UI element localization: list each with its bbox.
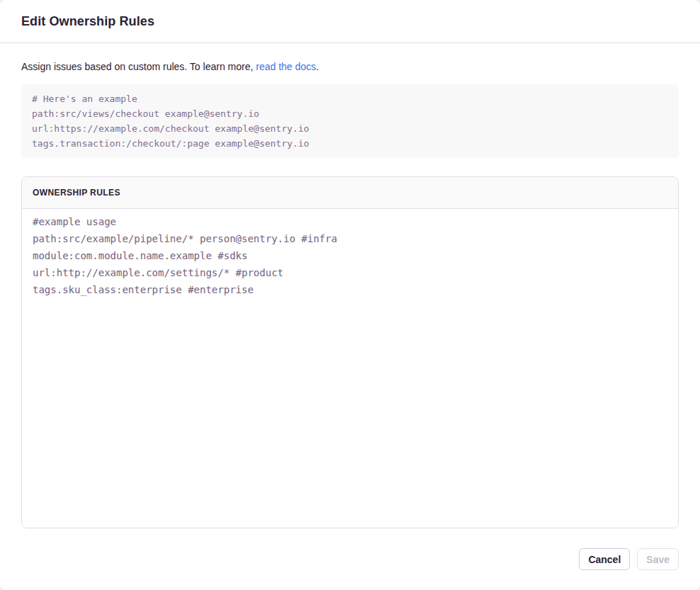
description-before-link: Assign issues based on custom rules. To …	[21, 61, 256, 72]
ownership-rules-panel-header: OWNERSHIP RULES	[22, 177, 678, 209]
description-after-link: .	[316, 61, 319, 72]
modal-title: Edit Ownership Rules	[21, 14, 154, 29]
edit-ownership-rules-modal: Edit Ownership Rules Assign issues based…	[0, 0, 700, 590]
example-rule-line: # Here's an example	[32, 91, 668, 106]
example-rules-block: # Here's an example path:src/views/check…	[21, 84, 679, 158]
example-rule-line: url:https://example.com/checkout example…	[32, 121, 668, 136]
ownership-rules-textarea[interactable]: #example usage path:src/example/pipeline…	[22, 209, 678, 528]
example-rule-line: path:src/views/checkout example@sentry.i…	[32, 106, 668, 121]
example-rule-line: tags.transaction:/checkout/:page example…	[32, 136, 668, 151]
save-button[interactable]: Save	[637, 548, 679, 570]
modal-footer: Cancel Save	[0, 528, 700, 590]
ownership-rules-panel-title: OWNERSHIP RULES	[33, 188, 667, 198]
modal-header: Edit Ownership Rules	[0, 0, 700, 43]
description-text: Assign issues based on custom rules. To …	[21, 60, 679, 73]
read-the-docs-link[interactable]: read the docs	[256, 61, 316, 72]
modal-body: Assign issues based on custom rules. To …	[0, 43, 700, 528]
cancel-button[interactable]: Cancel	[579, 548, 630, 570]
ownership-rules-panel: OWNERSHIP RULES #example usage path:src/…	[21, 176, 679, 528]
